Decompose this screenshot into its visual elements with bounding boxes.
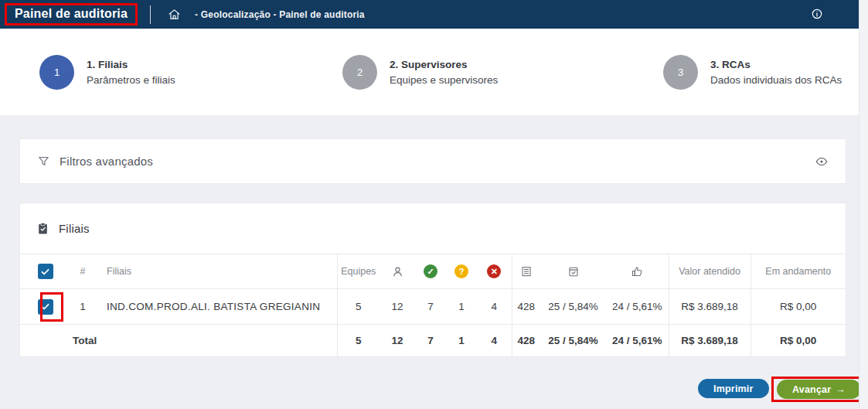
- col-equipes: Equipes: [337, 254, 380, 289]
- annotation-title-box: Painel de auditoria: [5, 3, 138, 26]
- row-error: 4: [477, 289, 512, 325]
- thumbs-up-icon: [606, 254, 669, 289]
- total-in-progress: R$ 0,00: [751, 325, 846, 356]
- row-teams: 5: [337, 289, 380, 325]
- total-row: Total 5 12 7 1 4 428 25 / 5,84% 24 / 5,6…: [20, 325, 846, 356]
- topbar: Painel de auditoria - Geolocalização - P…: [0, 0, 859, 29]
- step-filiais[interactable]: 1 1. Filiais Parâmetros e filiais: [39, 55, 175, 90]
- page: Painel de auditoria - Geolocalização - P…: [0, 0, 868, 409]
- next-button[interactable]: Avançar→: [777, 380, 861, 399]
- select-all-checkbox[interactable]: [38, 264, 53, 279]
- col-index: #: [70, 254, 95, 289]
- step-1-subtitle: Parâmetros e filiais: [87, 74, 175, 86]
- branches-card-header: Filiais: [20, 203, 846, 254]
- step-3-subtitle: Dados individuais dos RCAs: [710, 74, 842, 86]
- branches-card-title: Filiais: [59, 222, 90, 235]
- row-in-progress: R$ 0,00: [751, 289, 846, 325]
- arrow-right-icon: →: [836, 384, 846, 395]
- row-checkbox[interactable]: [38, 299, 53, 315]
- col-em-andamento: Em andamento: [751, 254, 846, 289]
- step-2-title: 2. Supervisores: [390, 59, 498, 70]
- total-error: 4: [477, 325, 512, 356]
- row-ok: 7: [415, 289, 446, 325]
- table-header-row: # Filiais Equipes ✓ ? ✕: [20, 254, 846, 289]
- step-1-circle: 1: [39, 55, 74, 90]
- eye-icon[interactable]: [815, 155, 829, 169]
- filter-icon: [37, 155, 50, 168]
- home-icon[interactable]: [168, 8, 181, 21]
- person-icon: [380, 254, 415, 289]
- row-served: R$ 3.689,18: [669, 289, 751, 325]
- x-circle-icon: ✕: [477, 254, 512, 289]
- breadcrumb: - Geolocalização - Painel de auditoria: [195, 9, 365, 20]
- branch-name: IND.COM.PROD.ALI. BATISTA GREGIANIN: [95, 289, 337, 325]
- branches-card: Filiais # Filiais Equipes: [19, 203, 846, 357]
- check-circle-icon: ✓: [415, 254, 446, 289]
- total-positivated: 24 / 5,61%: [606, 325, 669, 356]
- scrollbar[interactable]: [859, 0, 868, 409]
- topbar-divider: [150, 5, 151, 24]
- annotation-next-box: Avançar→: [771, 377, 866, 402]
- next-button-label: Avançar: [792, 384, 831, 395]
- total-pending: 1: [446, 325, 477, 356]
- row-visited: 25 / 5,84%: [540, 289, 606, 325]
- step-3-circle: 3: [663, 55, 698, 90]
- step-2-subtitle: Equipes e supervisores: [390, 74, 498, 86]
- stepper: 1 1. Filiais Parâmetros e filiais 2 2. S…: [0, 29, 859, 115]
- calendar-check-icon: [540, 254, 606, 289]
- col-filiais: Filiais: [95, 254, 337, 289]
- step-1-title: 1. Filiais: [87, 59, 175, 70]
- step-rcas[interactable]: 3 3. RCAs Dados individuais dos RCAs: [663, 55, 842, 90]
- branch-row: 1 IND.COM.PROD.ALI. BATISTA GREGIANIN 5 …: [20, 289, 846, 325]
- row-pending: 1: [446, 289, 477, 325]
- advanced-filters-label: Filtros avançados: [60, 155, 153, 168]
- print-button[interactable]: Imprimir: [698, 379, 769, 398]
- total-served: R$ 3.689,18: [669, 325, 751, 356]
- question-circle-icon: ?: [446, 254, 477, 289]
- row-clients: 428: [512, 289, 540, 325]
- page-title: Painel de auditoria: [15, 7, 128, 20]
- total-teams: 5: [337, 325, 380, 356]
- row-positivated: 24 / 5,61%: [606, 289, 669, 325]
- step-supervisores[interactable]: 2 2. Supervisores Equipes e supervisores: [342, 55, 498, 90]
- step-2-circle: 2: [342, 55, 377, 90]
- total-clients: 428: [512, 325, 540, 356]
- branches-table: # Filiais Equipes ✓ ? ✕: [20, 254, 846, 356]
- row-index: 1: [70, 289, 95, 325]
- total-label: Total: [20, 325, 337, 356]
- step-3-title: 3. RCAs: [710, 59, 842, 70]
- col-valor-atendido: Valor atendido: [669, 254, 751, 289]
- total-visited: 25 / 5,84%: [540, 325, 606, 356]
- total-reps: 12: [380, 325, 415, 356]
- advanced-filters-bar[interactable]: Filtros avançados: [19, 138, 846, 184]
- total-ok: 7: [415, 325, 446, 356]
- info-icon[interactable]: [811, 8, 823, 20]
- row-reps: 12: [380, 289, 415, 325]
- clipboard-check-icon: [36, 222, 49, 235]
- list-icon: [512, 254, 540, 289]
